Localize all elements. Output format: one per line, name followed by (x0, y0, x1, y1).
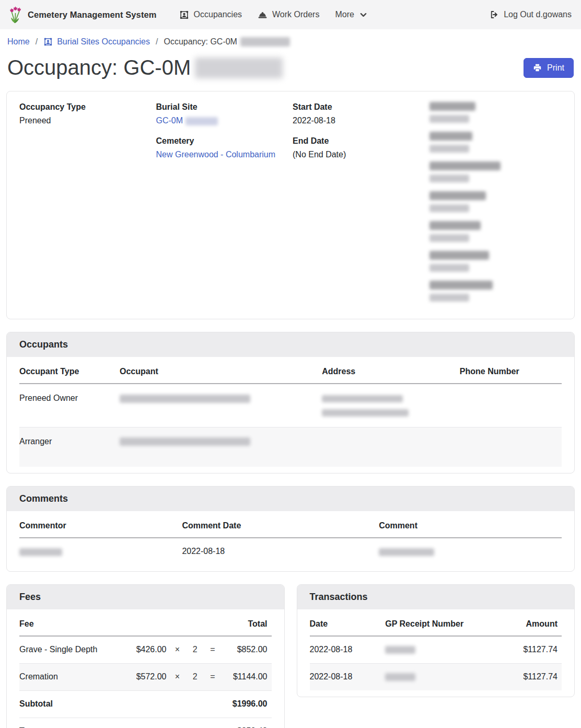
occupancy-type-label: Occupancy Type (19, 102, 152, 112)
breadcrumb-separator: / (156, 37, 158, 47)
end-date-value: (No End Date) (293, 149, 425, 160)
end-date-field: End Date (No End Date) (293, 136, 425, 160)
app-brand[interactable]: Cemetery Management System (8, 5, 157, 24)
redacted-field (429, 281, 562, 302)
fees-card: Fees Fee Total Grave - Single Depth (6, 584, 285, 728)
tax-value: $259.48 (224, 718, 272, 728)
fee-qty-cell: 2 (188, 663, 206, 690)
transactions-table: Date GP Receipt Number Amount 2022-08-18… (310, 612, 562, 690)
hard-hat-icon (258, 10, 268, 19)
tax-row: Tax $259.48 (19, 718, 272, 728)
navbar: Cemetery Management System Occupancies (0, 0, 581, 29)
breadcrumb: Home / Burial Sites Occupancies / Occupa… (0, 29, 581, 51)
details-col-3: Start Date 2022-08-18 End Date (No End D… (293, 102, 425, 310)
occupants-section-title: Occupants (7, 332, 574, 357)
print-button[interactable]: Print (524, 58, 574, 78)
redacted-text (185, 117, 218, 125)
nav-item-label: Occupancies (194, 10, 242, 19)
redacted-text (195, 57, 283, 78)
start-date-label: Start Date (293, 102, 425, 112)
print-label: Print (547, 63, 564, 73)
nav-item-label: Work Orders (272, 10, 319, 19)
fee-equals-cell: = (206, 636, 224, 663)
occupants-table: Occupant Type Occupant Address Phone Num… (19, 360, 562, 467)
transactions-header-date: Date (310, 612, 386, 636)
transaction-amount-cell: $1127.74 (498, 636, 562, 663)
fee-name-cell: Cremation (19, 663, 130, 690)
fee-times-cell: × (171, 663, 189, 690)
tax-label: Tax (19, 718, 224, 728)
fees-table: Fee Total Grave - Single Depth $426.00 ×… (19, 612, 272, 728)
redacted-text (385, 673, 415, 681)
table-row: 2022-08-18 $1127.74 (310, 636, 562, 663)
redacted-text (322, 409, 409, 417)
redacted-field (429, 161, 562, 182)
redacted-field (429, 191, 562, 212)
details-col-redacted (429, 102, 562, 310)
nav-item-occupancies[interactable]: Occupancies (179, 10, 242, 20)
redacted-text (240, 37, 290, 47)
breadcrumb-separator: / (36, 37, 38, 47)
redacted-text (120, 395, 250, 403)
comments-header-commentor: Commentor (19, 514, 182, 538)
table-row: Grave - Single Depth $426.00 × 2 = $852.… (19, 636, 272, 663)
details-col-1: Occupancy Type Preneed (19, 102, 152, 310)
redacted-text (385, 646, 415, 654)
fees-header-fee: Fee (19, 612, 130, 636)
redacted-field (429, 132, 562, 153)
occupant-type-cell: Arranger (19, 427, 120, 467)
cemetery-field: Cemetery New Greenwood - Columbarium (156, 136, 289, 160)
cemetery-label: Cemetery (156, 136, 289, 146)
occupants-header-type: Occupant Type (19, 360, 120, 384)
breadcrumb-occupancies-link[interactable]: Burial Sites Occupancies (43, 37, 150, 47)
fees-section-title: Fees (7, 585, 284, 609)
breadcrumb-home-link[interactable]: Home (7, 37, 30, 47)
fee-unit-cell: $572.00 (130, 663, 170, 690)
comments-table: Commentor Comment Date Comment 2022-08-1… (19, 514, 562, 565)
nav-item-work-orders[interactable]: Work Orders (258, 10, 319, 19)
occupants-header-address: Address (322, 360, 460, 384)
transactions-header-receipt: GP Receipt Number (385, 612, 498, 636)
occupant-type-cell: Preneed Owner (19, 384, 120, 427)
transaction-date-cell: 2022-08-18 (310, 636, 386, 663)
fee-name-cell: Grave - Single Depth (19, 636, 130, 663)
subtotal-value: $1996.00 (224, 690, 272, 718)
burial-site-link[interactable]: GC-0M (156, 116, 183, 125)
fee-qty-cell: 2 (188, 636, 206, 663)
logout-link[interactable]: Log Out d.gowans (490, 10, 572, 19)
fee-times-cell: × (171, 636, 189, 663)
nav-item-more[interactable]: More (335, 10, 366, 19)
page-head: Occupancy: GC-0M Print (0, 51, 581, 91)
occupancies-icon (179, 10, 189, 20)
printer-icon (533, 63, 542, 72)
breadcrumb-occupancies-label[interactable]: Burial Sites Occupancies (57, 37, 150, 47)
fee-unit-cell: $426.00 (130, 636, 170, 663)
redacted-text (322, 395, 403, 402)
burial-site-label: Burial Site (156, 102, 289, 112)
table-row: Cremation $572.00 × 2 = $1144.00 (19, 663, 272, 690)
table-row: Arranger (19, 427, 562, 467)
redacted-field (429, 221, 562, 242)
breadcrumb-current: Occupancy: GC-0M (164, 37, 289, 47)
table-row: Preneed Owner (19, 384, 562, 427)
start-date-value: 2022-08-18 (293, 115, 425, 126)
comments-header-date: Comment Date (182, 514, 379, 538)
start-date-field: Start Date 2022-08-18 (293, 102, 425, 126)
occupancy-type-value: Preneed (19, 115, 152, 126)
details-col-2: Burial Site GC-0M Cemetery New Greenwood… (156, 102, 289, 310)
occupancy-type-field: Occupancy Type Preneed (19, 102, 152, 126)
chevron-down-icon (360, 13, 367, 17)
logout-label: Log Out d.gowans (504, 10, 572, 19)
page-title: Occupancy: GC-0M (7, 56, 283, 79)
fee-equals-cell: = (206, 663, 224, 690)
subtotal-label: Subtotal (19, 690, 224, 718)
end-date-label: End Date (293, 136, 425, 146)
comments-header-comment: Comment (379, 514, 562, 538)
occupants-header-occupant: Occupant (120, 360, 322, 384)
redacted-field (429, 251, 562, 272)
table-row: 2022-08-18 (19, 538, 562, 565)
tulips-logo-icon (8, 5, 22, 24)
cemetery-link[interactable]: New Greenwood - Columbarium (156, 150, 276, 159)
redacted-text (19, 548, 62, 556)
subtotal-row: Subtotal $1996.00 (19, 690, 272, 718)
